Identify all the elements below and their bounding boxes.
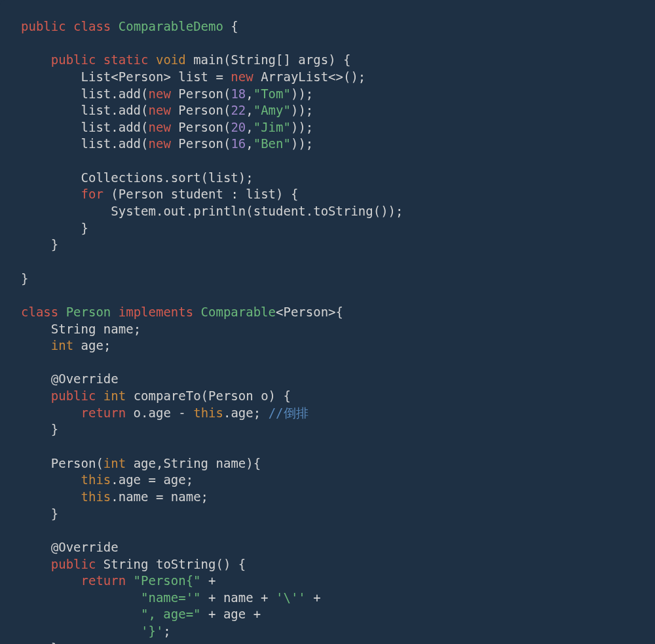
var-student: student xyxy=(171,187,223,201)
paren: ()); xyxy=(373,204,403,218)
kw-new: new xyxy=(149,86,171,101)
str-backslashQuote: '\'' xyxy=(276,590,306,605)
paren: )); xyxy=(291,120,313,134)
class-ComparableDemo: ComparableDemo xyxy=(119,19,223,33)
op: = xyxy=(156,489,171,504)
kw-static: static xyxy=(103,52,149,67)
type-Person: Person xyxy=(208,388,253,403)
param-age: age xyxy=(163,472,185,487)
field-out: out xyxy=(163,204,185,218)
op: + xyxy=(208,607,223,621)
brace: } xyxy=(51,641,58,644)
paren: )); xyxy=(291,86,313,101)
str-closeBrace: '}' xyxy=(141,624,163,638)
paren: ( xyxy=(246,204,253,218)
angle: < xyxy=(276,305,283,319)
op: + xyxy=(208,573,215,588)
field-age: age xyxy=(149,406,171,420)
paren: )); xyxy=(291,103,313,117)
type-String: String xyxy=(103,557,149,571)
str-PersonOpen: "Person{" xyxy=(134,573,201,588)
paren: ( xyxy=(201,388,208,403)
paren: () { xyxy=(215,557,246,571)
kw-public: public xyxy=(51,52,96,67)
op: - xyxy=(178,406,193,420)
kw-int: int xyxy=(51,338,73,352)
field-age: age xyxy=(119,472,141,487)
param-age: age xyxy=(134,456,156,470)
comma: , xyxy=(246,86,253,101)
dot: . xyxy=(156,204,163,218)
str-Tom: "Tom" xyxy=(253,86,291,101)
kw-return: return xyxy=(81,573,126,588)
type-Person: Person xyxy=(178,103,223,117)
paren: ( xyxy=(223,103,231,117)
paren: ( xyxy=(141,103,148,117)
kw-return: return xyxy=(81,406,126,420)
paren: ( xyxy=(141,136,148,151)
num-22: 22 xyxy=(231,103,246,117)
kw-class: class xyxy=(21,305,58,319)
dot: . xyxy=(111,489,118,504)
var-list: list xyxy=(246,187,276,201)
dot: . xyxy=(111,136,118,151)
brackets: [] xyxy=(276,52,298,67)
semi: ; xyxy=(134,322,141,336)
op: + xyxy=(208,590,223,605)
paren: ){ xyxy=(246,456,261,470)
param-args: args xyxy=(298,52,328,67)
str-nameEq: "name='" xyxy=(141,590,201,605)
type-String: String xyxy=(163,456,208,470)
kw-public: public xyxy=(51,557,96,571)
num-18: 18 xyxy=(231,86,246,101)
brace: } xyxy=(51,422,58,436)
method-add: add xyxy=(119,86,141,101)
method-compareTo: compareTo xyxy=(134,388,201,403)
str-Ben: "Ben" xyxy=(253,136,291,151)
dot: . xyxy=(111,86,118,101)
type-Person: Person xyxy=(119,69,164,84)
kw-class: class xyxy=(73,19,111,33)
paren: ( xyxy=(111,187,118,201)
var-list: list xyxy=(81,103,111,117)
kw-this: this xyxy=(81,472,111,487)
kw-new: new xyxy=(149,103,171,117)
kw-new: new xyxy=(231,69,253,84)
paren: ( xyxy=(223,136,231,151)
brace: } xyxy=(51,506,58,521)
param-name: name xyxy=(171,489,201,504)
angle: > xyxy=(163,69,178,84)
op: + xyxy=(261,590,276,605)
type-String: String xyxy=(51,322,96,336)
paren: ( xyxy=(223,52,231,67)
brace: { xyxy=(231,19,238,33)
paren: ); xyxy=(238,170,253,185)
type-Person: Person xyxy=(283,305,328,319)
paren: ( xyxy=(223,120,231,134)
str-ageEq: ", age=" xyxy=(141,607,201,621)
kw-public: public xyxy=(51,388,96,403)
kw-int: int xyxy=(103,388,126,403)
kw-new: new xyxy=(149,136,171,151)
brace: } xyxy=(81,221,88,235)
kw-implements: implements xyxy=(119,305,193,319)
semi: ; xyxy=(201,489,208,504)
iface-Comparable: Comparable xyxy=(201,305,276,319)
field-name: name xyxy=(103,322,134,336)
comment-daopai: //倒排 xyxy=(269,406,309,420)
dot: . xyxy=(163,170,170,185)
type-Person: Person xyxy=(178,136,223,151)
angle: >{ xyxy=(328,305,343,319)
type-Person: Person xyxy=(119,187,164,201)
kw-this: this xyxy=(193,406,223,420)
paren: ( xyxy=(141,86,148,101)
method-println: println xyxy=(193,204,246,218)
op: = xyxy=(208,69,231,84)
op: + xyxy=(313,590,320,605)
kw-this: this xyxy=(81,489,111,504)
dot: . xyxy=(306,204,313,218)
paren: ( xyxy=(96,456,103,470)
kw-new: new xyxy=(149,120,171,134)
semi: ; xyxy=(253,406,269,420)
paren: ( xyxy=(201,170,208,185)
